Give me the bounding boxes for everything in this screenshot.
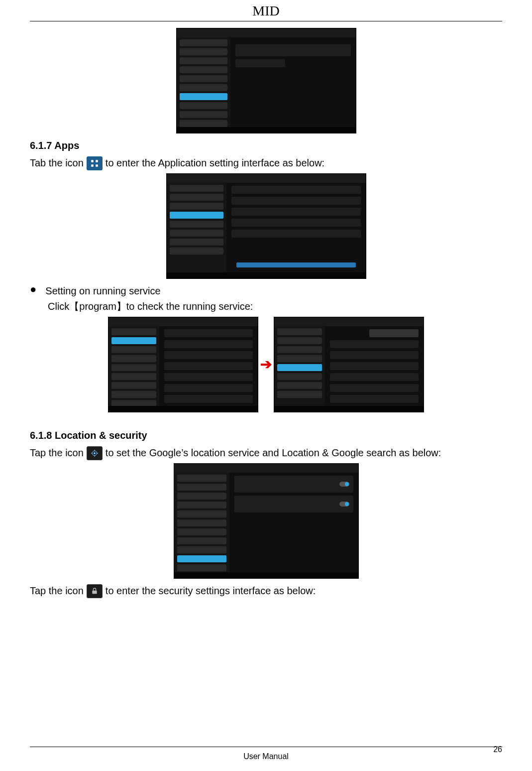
- text: Tab the icon: [30, 156, 84, 170]
- header-title: MID: [0, 3, 532, 19]
- svg-rect-0: [91, 160, 94, 162]
- text: Tap the icon: [30, 584, 84, 598]
- arrow-right-icon: ➔: [260, 355, 272, 375]
- footer-rule: [30, 747, 502, 747]
- text: Setting on running service: [45, 284, 160, 298]
- screenshot-programs-right: [274, 317, 424, 412]
- header-rule: [30, 21, 502, 21]
- screenshot-battery: [176, 28, 356, 133]
- screenshot-location: [174, 463, 359, 579]
- text: to set the Google’s location service and…: [106, 446, 441, 460]
- svg-rect-2: [91, 164, 94, 167]
- lock-icon: [87, 584, 103, 598]
- location-icon: [87, 446, 103, 460]
- apps-line-2: Click【program】to check the running servi…: [30, 299, 502, 314]
- screenshot-apps: [166, 173, 366, 279]
- svg-rect-3: [96, 164, 98, 167]
- screenshot-pair: ➔: [30, 317, 502, 412]
- footer-label: User Manual: [0, 752, 532, 761]
- svg-rect-1: [96, 160, 98, 162]
- bullet-running-service: ● Setting on running service: [30, 284, 502, 298]
- text: to enter the Application setting interfa…: [106, 156, 324, 170]
- svg-point-4: [94, 452, 96, 454]
- svg-rect-6: [92, 590, 97, 594]
- apps-icon: [87, 156, 103, 170]
- bullet-icon: ●: [30, 284, 36, 295]
- apps-line-1: Tab the icon to enter the Application se…: [30, 156, 502, 170]
- text: Tap the icon: [30, 446, 84, 460]
- screenshot-programs-left: [108, 317, 258, 412]
- section-heading-apps: 6.1.7 Apps: [30, 138, 502, 153]
- text: to enter the security settings interface…: [106, 584, 316, 598]
- location-line-2: Tap the icon to enter the security setti…: [30, 584, 502, 598]
- location-line-1: Tap the icon to set the Google’s locatio…: [30, 446, 502, 460]
- section-heading-location: 6.1.8 Location & security: [30, 428, 502, 443]
